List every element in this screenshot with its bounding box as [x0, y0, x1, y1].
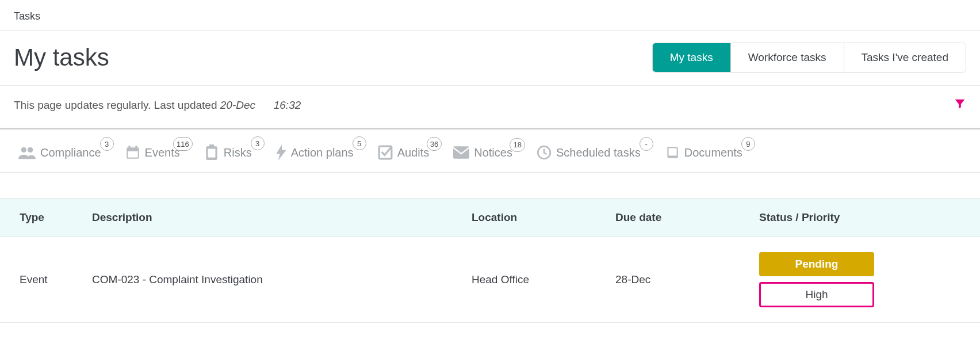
category-scheduled-tasks[interactable]: Scheduled tasks-	[537, 145, 641, 160]
category-count-badge: 36	[427, 137, 442, 151]
filter-icon[interactable]	[954, 97, 966, 113]
clock-icon	[537, 145, 552, 160]
update-time: 16:32	[274, 99, 301, 111]
table-row[interactable]: EventCOM-023 - Complaint InvestigationHe…	[0, 237, 980, 323]
th-type: Type	[0, 211, 92, 224]
category-label: Audits	[397, 146, 430, 159]
cell-type: Event	[0, 273, 92, 286]
check-square-icon	[378, 145, 393, 160]
cell-location: Head Office	[472, 273, 615, 286]
svg-rect-13	[668, 148, 676, 155]
category-action-plans[interactable]: Action plans5	[276, 144, 354, 161]
svg-rect-5	[135, 146, 137, 150]
table-header: Type Description Location Due date Statu…	[0, 198, 980, 237]
status-badge: Pending	[759, 252, 874, 276]
category-label: Scheduled tasks	[556, 146, 641, 159]
breadcrumb: Tasks	[0, 0, 980, 31]
users-icon	[18, 145, 36, 160]
priority-badge: High	[759, 282, 874, 307]
category-label: Compliance	[40, 146, 101, 159]
category-count-badge: 5	[353, 136, 366, 150]
category-label: Documents	[684, 146, 742, 159]
category-count-badge: -	[640, 137, 653, 151]
category-count-badge: 3	[100, 137, 114, 151]
calendar-icon	[125, 145, 140, 160]
category-count-badge: 116	[173, 137, 193, 151]
cell-status-priority: PendingHigh	[759, 252, 980, 307]
update-date: 20-Dec	[220, 99, 255, 111]
th-description: Description	[92, 211, 472, 224]
svg-point-1	[28, 147, 33, 153]
page-title: My tasks	[14, 44, 109, 71]
book-icon	[665, 145, 680, 160]
category-risks[interactable]: Risks3	[204, 144, 252, 161]
category-label: Risks	[224, 146, 252, 159]
scope-tabs: My tasksWorkforce tasksTasks I've create…	[652, 43, 966, 73]
svg-rect-8	[209, 144, 214, 147]
scope-tab-tasks-i-ve-created[interactable]: Tasks I've created	[844, 43, 966, 72]
category-compliance[interactable]: Compliance3	[18, 145, 101, 160]
category-label: Action plans	[291, 146, 354, 159]
scope-tab-workforce-tasks[interactable]: Workforce tasks	[730, 43, 844, 72]
category-count-badge: 9	[741, 137, 755, 151]
th-location: Location	[472, 211, 615, 224]
tasks-table: Type Description Location Due date Statu…	[0, 198, 980, 323]
envelope-icon	[453, 146, 469, 159]
category-events[interactable]: Events116	[125, 145, 180, 160]
svg-rect-4	[128, 146, 130, 150]
category-label: Notices	[474, 146, 512, 159]
th-status-priority: Status / Priority	[759, 211, 980, 224]
category-count-badge: 3	[251, 136, 265, 150]
category-audits[interactable]: Audits36	[378, 145, 430, 160]
update-row: This page updates regularly. Last update…	[0, 86, 980, 128]
th-due-date: Due date	[615, 211, 759, 224]
header-row: My tasks My tasksWorkforce tasksTasks I'…	[0, 31, 980, 86]
scope-tab-my-tasks[interactable]: My tasks	[653, 43, 730, 72]
update-prefix: This page updates regularly. Last update…	[14, 99, 220, 111]
bolt-icon	[276, 144, 286, 161]
cell-description: COM-023 - Complaint Investigation	[92, 273, 472, 286]
category-documents[interactable]: Documents9	[665, 145, 742, 160]
category-bar: Compliance3Events116Risks3Action plans5A…	[0, 128, 980, 173]
category-notices[interactable]: Notices18	[453, 146, 512, 159]
cell-due-date: 28-Dec	[615, 273, 759, 286]
clipboard-icon	[204, 144, 219, 161]
svg-rect-11	[453, 146, 469, 159]
category-count-badge: 18	[510, 138, 525, 152]
last-updated-text: This page updates regularly. Last update…	[14, 99, 301, 112]
svg-rect-9	[208, 149, 215, 158]
svg-point-0	[21, 147, 26, 153]
svg-rect-6	[128, 151, 137, 158]
